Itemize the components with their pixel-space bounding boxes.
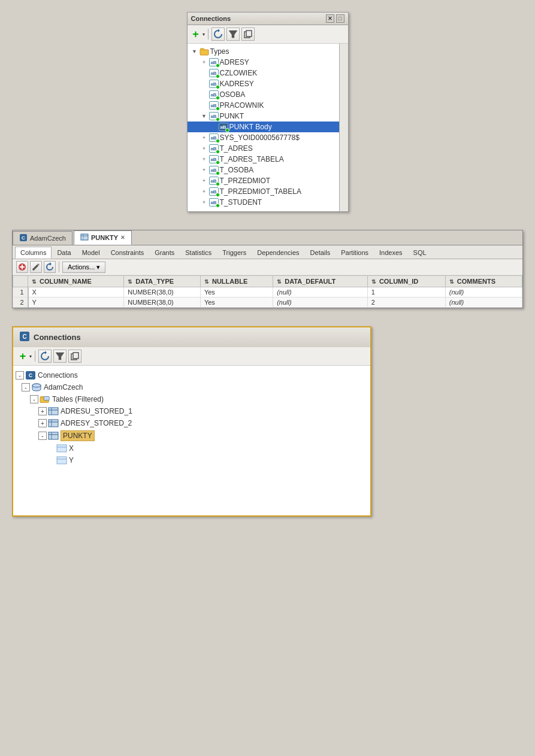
nav-tab-sql[interactable]: SQL <box>408 247 432 259</box>
tree-item-tadrestabela[interactable]: + aB T_ADRES_TABELA <box>188 154 348 165</box>
add-dropdown-arrow[interactable]: ▾ <box>202 32 205 37</box>
toggle-sysyoid[interactable]: + <box>200 133 209 142</box>
type-icon-osoba: aB <box>209 90 219 99</box>
type-icon-tadres: aB <box>209 144 219 153</box>
toggle-punkt[interactable]: ▼ <box>200 111 209 121</box>
actions-button[interactable]: Actions... ▾ <box>62 262 105 273</box>
nav-tab-constraints[interactable]: Constraints <box>105 247 150 259</box>
ctree-adresu-stored-1[interactable]: + ADRESU_STORED_1 <box>16 405 368 417</box>
table-editor: C AdamCzech PUNKTY ✕ Columns Data Model … <box>12 230 523 308</box>
type-icon-czlowiek: aB <box>209 68 219 78</box>
nav-tab-model[interactable]: Model <box>77 247 105 259</box>
scrollbar-1[interactable] <box>339 44 348 211</box>
ctree-col-y[interactable]: + Y <box>16 454 368 466</box>
adresy-label: ADRESY <box>220 58 249 66</box>
nav-tab-statistics[interactable]: Statistics <box>180 247 217 259</box>
tadrestabela-label: T_ADRES_TABELA <box>220 155 284 163</box>
ctree-punkty[interactable]: - PUNKTY <box>16 429 368 442</box>
col-icon-y <box>56 456 67 465</box>
actions-label: Actions... <box>68 263 95 271</box>
toggle-tstudent[interactable]: + <box>200 198 209 207</box>
nav-tabs: Columns Data Model Constraints Grants St… <box>13 245 522 259</box>
tree-item-tstudent[interactable]: + aB T_STUDENT <box>188 197 348 208</box>
type-icon-pracownik: aB <box>209 101 219 110</box>
svg-rect-32 <box>57 445 67 452</box>
tree-item-tprzedmiot[interactable]: + aB T_PRZEDMIOT <box>188 175 348 186</box>
nav-tab-columns[interactable]: Columns <box>15 247 52 259</box>
toggle-conn-root[interactable]: - <box>16 371 24 379</box>
tree-item-czlowiek[interactable]: + aB CZLOWIEK <box>188 68 348 78</box>
add-button[interactable]: + <box>191 28 201 41</box>
toggle-tadrestabela[interactable]: + <box>200 154 209 164</box>
tree-item-types[interactable]: ▼ Types <box>188 46 348 57</box>
ctree-tables-filtered[interactable]: - Tables (Filtered) <box>16 393 368 405</box>
panel1-titlebar: Connections ✕ □ <box>188 13 348 25</box>
toggle-types[interactable]: ▼ <box>190 47 200 56</box>
toggle-tosoba[interactable]: + <box>200 165 209 175</box>
tree-item-tosoba[interactable]: + aB T_OSOBA <box>188 165 348 175</box>
nav-tab-dependencies[interactable]: Dependencies <box>252 247 304 259</box>
col-column-id-header[interactable]: ⇅ COLUMN_ID <box>367 276 445 287</box>
ctree-col-x[interactable]: + X <box>16 442 368 454</box>
row-2-nullable: Yes <box>200 297 273 308</box>
col-column-id-label: COLUMN_ID <box>379 278 418 285</box>
tree-item-osoba[interactable]: + aB OSOBA <box>188 89 348 100</box>
col-data-default-header[interactable]: ⇅ DATA_DEFAULT <box>273 276 368 287</box>
types-label: Types <box>210 47 229 56</box>
tree-item-pracownik[interactable]: + aB PRACOWNIK <box>188 100 348 111</box>
ctree-connections-root[interactable]: - C Connections <box>16 369 368 381</box>
nav-tab-partitions[interactable]: Partitions <box>335 247 374 259</box>
nav-tab-details[interactable]: Details <box>305 247 336 259</box>
refresh-button[interactable] <box>211 28 225 41</box>
toggle-tprzedmiottabela[interactable]: + <box>200 187 209 196</box>
toggle-tables-filtered[interactable]: - <box>30 395 38 403</box>
tab-adamczech[interactable]: C AdamCzech <box>13 231 72 245</box>
nav-tab-data[interactable]: Data <box>52 247 76 259</box>
panel3-filter-button[interactable] <box>53 350 67 363</box>
close-button[interactable]: ✕ <box>326 14 334 23</box>
toggle-punkty[interactable]: - <box>38 432 47 440</box>
separator-2 <box>59 262 59 272</box>
punkty-tab-close[interactable]: ✕ <box>120 235 125 241</box>
add-row-button[interactable] <box>16 261 28 273</box>
sort-icon-comments: ⇅ <box>449 279 454 285</box>
col-column-name-header[interactable]: ⇅ COLUMN_NAME <box>28 276 124 287</box>
tree-item-tprzedmiottabela[interactable]: + aB T_PRZEDMIOT_TABELA <box>188 186 348 197</box>
ctree-adamczech[interactable]: - AdamCzech <box>16 381 368 393</box>
nav-tab-triggers[interactable]: Triggers <box>217 247 252 259</box>
panel3-add-button[interactable]: + <box>18 350 28 363</box>
col-nullable-header[interactable]: ⇅ NULLABLE <box>200 276 273 287</box>
tree-item-sysyoid[interactable]: + aB SYS_YOID0000567778$ <box>188 132 348 143</box>
copy-button[interactable] <box>241 28 255 41</box>
toggle-adresu-stored-1[interactable]: + <box>38 407 47 415</box>
tab-punkty[interactable]: PUNKTY ✕ <box>74 230 132 245</box>
col-comments-header[interactable]: ⇅ COMMENTS <box>445 276 522 287</box>
col-data-type-header[interactable]: ⇅ DATA_TYPE <box>124 276 201 287</box>
toggle-adamczech[interactable]: - <box>22 383 30 391</box>
tree-item-punkt-body[interactable]: + aB PUNKT Body <box>188 122 348 132</box>
panel1-tree: ▼ Types + aB ADRESY + aB CZLOWIEK + <box>188 44 348 211</box>
toggle-adresy[interactable]: + <box>200 57 209 67</box>
toggle-adresy-stored-2[interactable]: + <box>38 419 47 427</box>
refresh-data-button[interactable] <box>44 261 56 273</box>
table-icon-punkty <box>48 431 59 441</box>
nav-tab-grants[interactable]: Grants <box>149 247 180 259</box>
row-1-column-name: X <box>28 287 124 297</box>
tree-item-kadresy[interactable]: + aB KADRESY <box>188 78 348 89</box>
edit-row-button[interactable] <box>30 261 42 273</box>
filter-button[interactable] <box>226 28 240 41</box>
tree-item-tadres[interactable]: + aB T_ADRES <box>188 143 348 154</box>
panel3-copy-button[interactable] <box>68 350 81 363</box>
toggle-tprzedmiot[interactable]: + <box>200 176 209 186</box>
tree-item-adresy[interactable]: + aB ADRESY <box>188 57 348 68</box>
panel3-add-arrow[interactable]: ▾ <box>29 354 32 359</box>
nav-tab-indexes[interactable]: Indexes <box>374 247 408 259</box>
table-editor-panel: C AdamCzech PUNKTY ✕ Columns Data Model … <box>12 230 523 308</box>
db-icon-adamczech <box>31 382 42 392</box>
toggle-tadres[interactable]: + <box>200 144 209 153</box>
maximize-button[interactable]: □ <box>336 14 344 23</box>
ctree-adresy-stored-2[interactable]: + ADRESY_STORED_2 <box>16 417 368 429</box>
panel3-refresh-button[interactable] <box>38 350 52 363</box>
panel3-refresh-icon <box>40 351 50 361</box>
tree-item-punkt[interactable]: ▼ aB PUNKT <box>188 111 348 122</box>
